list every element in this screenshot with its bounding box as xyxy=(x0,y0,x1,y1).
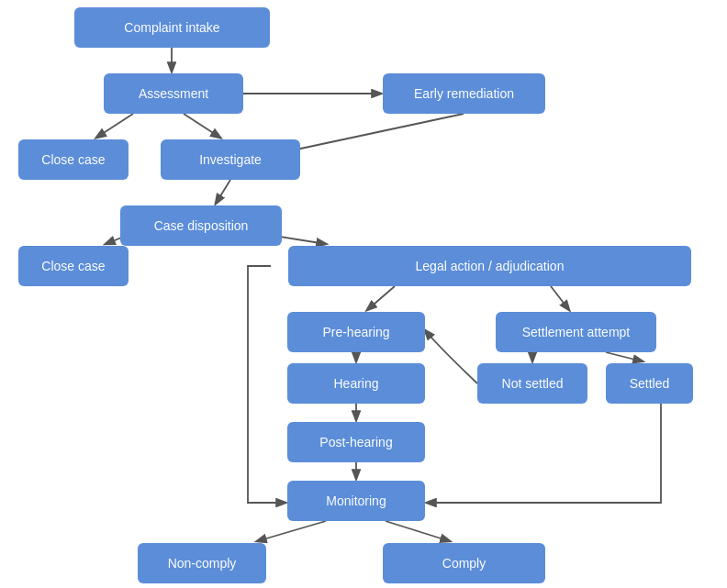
node-monitoring: Monitoring xyxy=(287,481,425,521)
node-pre_hearing: Pre-hearing xyxy=(287,312,425,352)
node-label-hearing: Hearing xyxy=(333,376,378,391)
node-investigate: Investigate xyxy=(161,139,300,180)
node-label-assessment: Assessment xyxy=(139,86,208,101)
svg-line-5 xyxy=(184,114,220,138)
flowchart-diagram: Complaint intakeAssessmentEarly remediat… xyxy=(0,0,727,588)
node-label-post_hearing: Post-hearing xyxy=(319,435,392,449)
svg-line-6 xyxy=(216,180,230,204)
node-label-close_case_1: Close case xyxy=(41,152,105,167)
svg-line-13 xyxy=(606,352,643,361)
node-assessment: Assessment xyxy=(104,73,243,114)
node-non_comply: Non-comply xyxy=(138,543,266,583)
node-complaint_intake: Complaint intake xyxy=(74,7,270,48)
node-label-settled: Settled xyxy=(630,376,670,391)
node-label-case_disposition: Case disposition xyxy=(154,218,249,233)
node-label-settlement_attempt: Settlement attempt xyxy=(522,325,631,339)
node-close_case_2: Close case xyxy=(18,246,129,286)
node-label-legal_action: Legal action / adjudication xyxy=(416,259,565,273)
node-label-not_settled: Not settled xyxy=(502,376,564,391)
svg-line-9 xyxy=(367,286,395,310)
svg-line-10 xyxy=(551,286,569,310)
node-label-investigate: Investigate xyxy=(199,152,262,167)
node-label-non_comply: Non-comply xyxy=(168,556,237,571)
node-label-pre_hearing: Pre-hearing xyxy=(322,325,389,339)
node-post_hearing: Post-hearing xyxy=(287,422,425,462)
node-settled: Settled xyxy=(606,363,693,404)
node-label-early_remediation: Early remediation xyxy=(414,86,514,101)
node-label-close_case_2: Close case xyxy=(41,259,105,273)
svg-line-16 xyxy=(257,521,326,541)
node-not_settled: Not settled xyxy=(477,363,587,404)
node-label-complaint_intake: Complaint intake xyxy=(124,20,219,35)
node-label-comply: Comply xyxy=(442,556,486,571)
node-close_case_1: Close case xyxy=(18,139,129,180)
node-case_disposition: Case disposition xyxy=(120,205,282,246)
svg-line-17 xyxy=(386,521,450,541)
node-label-monitoring: Monitoring xyxy=(326,494,386,508)
svg-line-4 xyxy=(96,114,133,138)
node-comply: Comply xyxy=(383,543,545,583)
node-legal_action: Legal action / adjudication xyxy=(288,246,691,286)
node-settlement_attempt: Settlement attempt xyxy=(496,312,656,352)
node-early_remediation: Early remediation xyxy=(383,73,545,114)
node-hearing: Hearing xyxy=(287,363,425,404)
